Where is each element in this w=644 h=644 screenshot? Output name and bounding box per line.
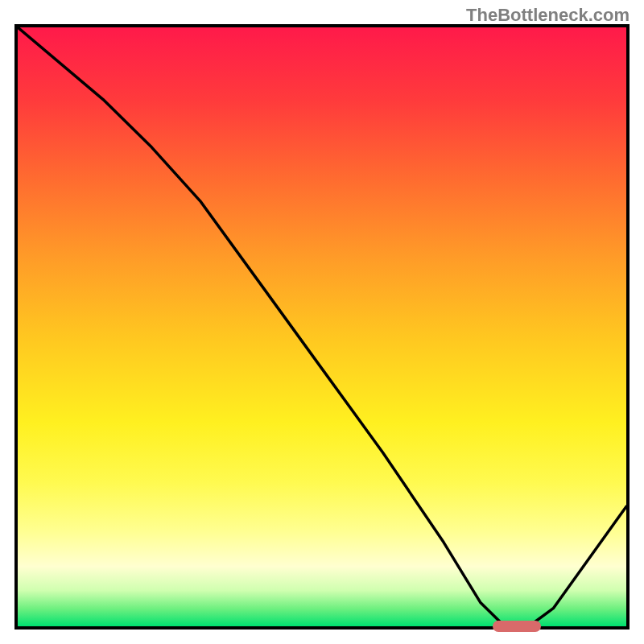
optimal-marker <box>493 621 541 632</box>
curve-svg <box>18 27 626 626</box>
chart-area <box>14 24 630 630</box>
watermark-text: TheBottleneck.com <box>466 5 630 26</box>
bottleneck-curve-path <box>18 27 626 626</box>
